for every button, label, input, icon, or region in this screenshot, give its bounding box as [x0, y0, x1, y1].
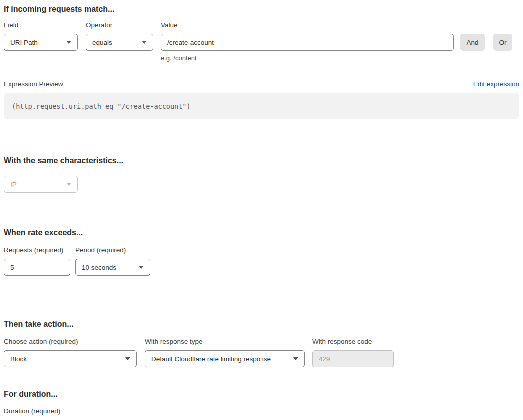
response-type-select-value: Default Cloudflare rate limiting respons… — [151, 355, 271, 363]
choose-action-group: Choose action (required) Block — [4, 338, 137, 367]
section-divider — [4, 137, 519, 137]
period-group: Period (required) 10 seconds — [75, 246, 150, 276]
chevron-down-icon — [142, 41, 147, 44]
field-label: Field — [4, 21, 78, 29]
characteristic-group: IP — [4, 176, 78, 193]
chevron-down-icon — [139, 266, 144, 269]
match-condition-row: Field URI Path Operator equals Value e.g… — [4, 21, 519, 62]
characteristic-select: IP — [4, 176, 78, 193]
expression-preview-code: (http.request.uri.path eq "/create-accou… — [4, 93, 519, 119]
field-select-value: URI Path — [10, 39, 38, 46]
chevron-down-icon — [66, 183, 71, 186]
requests-input[interactable] — [4, 259, 70, 276]
and-button[interactable]: And — [460, 34, 485, 51]
rate-section-heading: When rate exceeds... — [4, 227, 519, 238]
response-type-label: With response type — [145, 338, 305, 345]
duration-label: Duration (required) — [4, 407, 78, 415]
expression-preview-header: Expression Preview Edit expression — [4, 80, 519, 88]
requests-label: Requests (required) — [4, 246, 70, 254]
match-section-heading: If incoming requests match... — [4, 4, 519, 15]
operator-group: Operator equals — [86, 21, 153, 51]
or-button[interactable]: Or — [493, 34, 512, 51]
characteristics-section-heading: With the same characteristics... — [4, 155, 519, 166]
period-select-value: 10 seconds — [82, 264, 116, 271]
field-group: Field URI Path — [4, 21, 78, 51]
value-group: Value e.g. /content — [161, 21, 454, 62]
response-code-group: With response code — [312, 338, 394, 367]
expression-preview-label: Expression Preview — [4, 80, 63, 88]
operator-label: Operator — [86, 21, 153, 29]
operator-select-value: equals — [92, 39, 112, 46]
chevron-down-icon — [125, 357, 130, 360]
duration-group: Duration (required) 10 seconds — [4, 407, 78, 420]
period-label: Period (required) — [75, 246, 150, 254]
value-input[interactable] — [161, 34, 454, 51]
operator-select[interactable]: equals — [86, 34, 153, 51]
choose-action-select-value: Block — [10, 355, 27, 363]
choose-action-select[interactable]: Block — [4, 350, 137, 367]
response-type-group: With response type Default Cloudflare ra… — [145, 338, 305, 367]
response-code-label: With response code — [312, 338, 394, 345]
duration-section-heading: For duration... — [4, 389, 519, 400]
field-select[interactable]: URI Path — [4, 34, 78, 51]
section-divider — [4, 300, 519, 300]
choose-action-label: Choose action (required) — [4, 338, 137, 345]
value-label: Value — [161, 21, 454, 29]
action-section-heading: Then take action... — [4, 319, 519, 330]
rate-limiting-rule-form: If incoming requests match... Field URI … — [0, 0, 523, 420]
value-helper-text: e.g. /content — [161, 54, 454, 62]
chevron-down-icon — [66, 41, 71, 44]
duration-row: Duration (required) 10 seconds — [4, 407, 519, 420]
response-type-select[interactable]: Default Cloudflare rate limiting respons… — [145, 350, 305, 367]
characteristics-row: IP — [4, 176, 519, 193]
response-code-input — [312, 350, 394, 367]
requests-group: Requests (required) — [4, 246, 70, 276]
section-divider — [4, 209, 519, 209]
characteristic-select-value: IP — [10, 181, 17, 188]
chevron-down-icon — [293, 357, 298, 360]
expression-code-text: (http.request.uri.path eq "/create-accou… — [12, 102, 191, 110]
rate-row: Requests (required) Period (required) 10… — [4, 246, 519, 276]
period-select[interactable]: 10 seconds — [75, 259, 150, 276]
action-row: Choose action (required) Block With resp… — [4, 338, 519, 367]
edit-expression-link[interactable]: Edit expression — [473, 80, 519, 88]
